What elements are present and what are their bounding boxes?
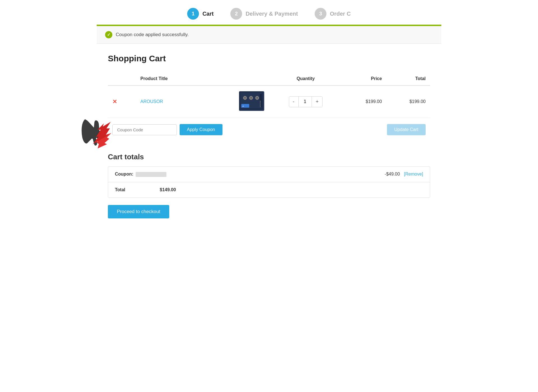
svg-point-7: [250, 97, 252, 99]
quantity-input[interactable]: [299, 97, 312, 106]
totals-table: Coupon: -$49.00 [Remove] Total $149.00: [108, 166, 430, 198]
cart-totals-section: Cart totals Coupon: -$49.00 [Remove] Tot…: [108, 153, 430, 218]
coupon-input[interactable]: [112, 124, 177, 135]
product-link[interactable]: AROUSOR: [140, 99, 163, 104]
notice-text: Coupon code applied successfully.: [116, 32, 189, 38]
step-2-label: Delivery & Payment: [245, 11, 298, 17]
cart-table: Product Title Quantity Price Total ✕: [108, 73, 430, 141]
total-value: $149.00: [160, 187, 176, 192]
remove-coupon-link[interactable]: [Remove]: [404, 172, 423, 176]
success-notice: Coupon code applied successfully.: [97, 26, 441, 44]
coupon-totals-value: -$49.00 [Remove]: [385, 172, 423, 177]
item-price: $199.00: [343, 85, 386, 118]
red-arrow-annotation: [77, 118, 119, 152]
step-1-circle: 1: [187, 8, 199, 20]
coupon-area: Apply Coupon: [112, 124, 264, 135]
check-icon: [105, 31, 112, 38]
update-cart-button[interactable]: Update Cart: [387, 124, 426, 135]
total-row: Total $149.00: [108, 182, 430, 197]
step-order: 3 Order C: [315, 8, 351, 20]
step-2-circle: 2: [230, 8, 242, 20]
total-label: Total: [115, 187, 160, 192]
coupon-totals-label: Coupon:: [115, 172, 166, 177]
col-quantity: Quantity: [269, 73, 343, 85]
checkout-steps: 1 Cart 2 Delivery & Payment 3 Order C: [97, 0, 441, 25]
step-cart: 1 Cart: [187, 8, 214, 20]
cart-totals-title: Cart totals: [108, 153, 430, 161]
step-delivery: 2 Delivery & Payment: [230, 8, 298, 20]
checkout-button[interactable]: Proceed to checkout: [108, 205, 169, 218]
coupon-discount: -$49.00: [385, 172, 400, 176]
quantity-control: - +: [289, 96, 323, 107]
step-3-circle: 3: [315, 8, 326, 20]
coupon-code-blurred: [136, 172, 166, 177]
svg-text:eli: eli: [242, 105, 244, 107]
col-total: Total: [386, 73, 430, 85]
coupon-row: Apply Coupon Update Cart: [108, 118, 430, 142]
col-price: Price: [343, 73, 386, 85]
product-image: eli AROUSOR: [239, 91, 264, 111]
apply-coupon-button[interactable]: Apply Coupon: [180, 124, 222, 135]
col-product: Product Title: [136, 73, 235, 85]
coupon-totals-row: Coupon: -$49.00 [Remove]: [108, 167, 430, 182]
svg-point-9: [256, 97, 258, 99]
main-content: Shopping Cart Product Title Quantity: [97, 44, 441, 235]
page-title: Shopping Cart: [108, 54, 430, 63]
step-1-label: Cart: [202, 11, 214, 17]
item-total: $199.00: [386, 85, 430, 118]
svg-text:AROUSOR: AROUSOR: [259, 101, 261, 107]
remove-item-button[interactable]: ✕: [112, 98, 117, 105]
table-row: ✕ AROUSOR: [108, 85, 430, 118]
step-3-label: Order C: [330, 11, 351, 17]
quantity-decrease-button[interactable]: -: [289, 97, 299, 107]
svg-point-5: [244, 97, 246, 99]
quantity-increase-button[interactable]: +: [312, 97, 323, 107]
